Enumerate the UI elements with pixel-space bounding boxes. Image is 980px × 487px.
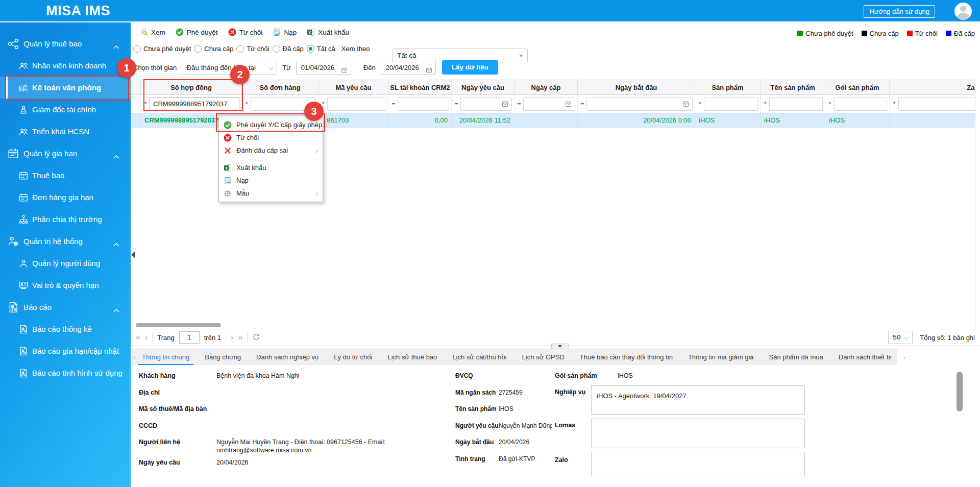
row-cell[interactable]: iHOS [825,113,890,127]
status-radio-1[interactable]: Chưa phê duyệt [133,45,191,53]
filter-operator[interactable]: * [827,101,832,108]
tab-scroll-right-icon[interactable]: › [903,353,905,361]
tab-10[interactable]: Sản phẩm đã mua [769,349,823,366]
sidebar-item-9[interactable]: Phân chia thị trường [0,208,131,230]
column-filter-cell[interactable]: * [825,95,890,113]
filter-input[interactable] [327,98,386,111]
help-button[interactable]: Hướng dẫn sử dụng [864,5,935,18]
filter-operator[interactable]: * [697,101,702,108]
sidebar-collapse-icon[interactable] [131,251,135,258]
filter-input[interactable] [704,98,758,111]
filter-operator[interactable]: = [391,101,396,108]
from-date-input[interactable]: 01/04/2026 [296,61,351,75]
tab-8[interactable]: Thuê bao cần thay đổi thông tin [580,349,673,366]
filter-operator[interactable]: = [517,101,522,108]
column-header[interactable]: Ngày bắt đầu [578,80,695,95]
row-cell[interactable]: 20/04/2026 11:52 [452,113,514,127]
row-cell[interactable]: 20/04/2026 0:00 [578,113,695,127]
column-filter-cell[interactable]: = [514,95,578,113]
status-radio-3[interactable]: Từ chối [236,45,269,53]
toolbar-viewdoc-button[interactable]: Xem [140,28,165,36]
toolbar-approve-button[interactable]: Phê duyệt [176,28,218,36]
filter-input[interactable] [460,98,512,111]
column-header[interactable]: Số đơn hàng [242,80,318,95]
sidebar-item-10[interactable]: Quản trị hệ thống [0,230,131,252]
column-filter-cell[interactable]: * [890,95,975,113]
column-filter-cell[interactable]: * [695,95,761,113]
filter-input[interactable] [523,98,575,111]
row-cell[interactable] [131,113,141,127]
calendar-icon[interactable] [682,101,689,107]
context-menu-item-2[interactable]: Từ chối [219,131,323,144]
filter-input[interactable] [769,98,823,111]
filter-operator[interactable]: * [244,101,249,108]
calendar-icon[interactable] [565,101,572,107]
sidebar-item-1[interactable]: Quản lý thuê bao [0,33,131,55]
status-radio-5[interactable]: Tất cả [307,45,335,53]
toolbar-reject-button[interactable]: Từ chối [228,28,263,36]
panel-collapse-notch[interactable] [551,344,569,349]
status-radio-4[interactable]: Đã cấp [273,45,304,53]
sidebar-item-13[interactable]: Báo cáo [0,296,131,318]
column-filter-cell[interactable]: * [318,95,389,113]
detail-vertical-scrollbar[interactable] [957,372,963,411]
sidebar-item-2[interactable]: Nhân viên kinh doanh [0,55,131,77]
tab-7[interactable]: Lịch sử GPSD [522,349,565,366]
column-header[interactable]: Ngày cấp [514,80,578,95]
filter-operator[interactable]: * [763,101,768,108]
column-filter-cell[interactable]: * [761,95,825,113]
context-menu-item-7[interactable]: Mẫu› [219,187,323,200]
sidebar-item-12[interactable]: Vai trò & quyền hạn [0,274,131,296]
last-page-button[interactable]: » [238,333,242,342]
row-cell[interactable]: iHOS [695,113,761,127]
avatar[interactable] [954,3,972,20]
column-filter-cell[interactable]: = [389,95,452,113]
column-header[interactable]: Tên sản phẩm [761,80,825,95]
status-radio-2[interactable]: Chưa cấp [194,45,233,53]
prev-page-button[interactable]: ‹ [145,333,148,342]
toolbar-import-button[interactable]: Nạp [273,28,297,36]
filter-operator[interactable]: = [454,101,459,108]
column-filter-cell[interactable]: = [578,95,695,113]
column-header[interactable]: Zalo [890,80,975,95]
column-header[interactable]: Gói sản phẩm [825,80,890,95]
next-page-button[interactable]: › [231,333,233,342]
refresh-icon[interactable] [252,333,260,343]
row-cell[interactable] [890,113,975,127]
filter-input[interactable] [398,98,449,111]
filter-input[interactable] [898,98,975,111]
sidebar-item-6[interactable]: Quản lý gia hạn [0,142,131,164]
tab-scroll-left-icon[interactable]: ‹ [133,353,136,361]
calendar-icon[interactable] [502,101,508,107]
field-textarea[interactable] [591,452,805,476]
sidebar-item-8[interactable]: Đơn hàng gia hạn [0,186,131,208]
filter-input[interactable] [834,98,887,111]
tab-6[interactable]: Lịch sử cắt/thu hồi [452,349,506,366]
to-date-input[interactable]: 20/04/2026 [381,61,436,75]
tab-11[interactable]: Danh sách thiết bị [839,349,892,366]
tab-4[interactable]: Lý do từ chối [334,349,372,366]
calendar-icon[interactable] [341,65,348,78]
sidebar-item-15[interactable]: Báo cáo gia hạn/cập nhật [0,340,131,362]
calendar-icon[interactable] [426,65,432,78]
sidebar-item-14[interactable]: Báo cáo thống kê [0,318,131,340]
tab-2[interactable]: Bằng chứng [205,349,241,366]
column-header[interactable] [131,80,141,95]
tab-1[interactable]: Thông tin chung [142,349,189,366]
row-cell[interactable]: 0,00 [389,113,452,127]
first-page-button[interactable]: « [136,333,140,342]
context-menu-item-5[interactable]: xXuất khẩu [219,161,323,174]
context-menu-item-3[interactable]: Đánh dấu cấp sai› [219,144,323,157]
column-filter-cell[interactable] [131,95,141,113]
field-textarea[interactable] [591,419,805,448]
sidebar-item-11[interactable]: Quản lý người dùng [0,252,131,274]
page-size-select[interactable]: 50 [888,331,913,344]
context-menu-item-6[interactable]: Nạp [219,174,323,187]
sidebar-item-16[interactable]: Báo cáo tình hình sử dụng [0,362,131,384]
column-header[interactable]: Mã yêu cầu [318,80,389,95]
filter-operator[interactable]: * [892,101,897,108]
filter-operator[interactable]: = [580,101,585,108]
field-textarea[interactable]: iHOS - Agentwork: 19/04/2027 [591,385,805,415]
column-header[interactable]: Ngày yêu cầu [452,80,514,95]
sidebar-item-5[interactable]: Triển khai HCSN [0,120,131,142]
